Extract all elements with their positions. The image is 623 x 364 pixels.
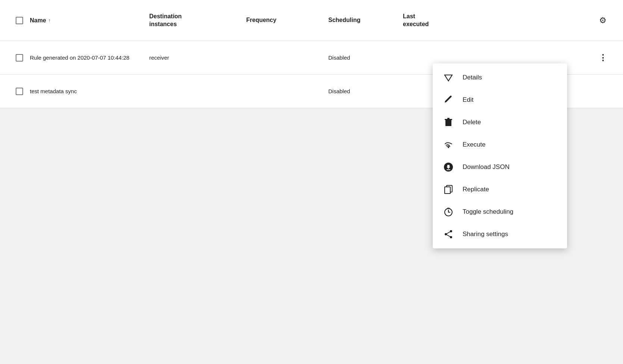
row2-scheduling-col: Disabled — [328, 88, 403, 95]
svg-rect-1 — [445, 120, 451, 126]
row1-scheduling-col: Disabled — [328, 54, 403, 61]
sharing-settings-label: Sharing settings — [463, 230, 508, 238]
header-name-col: Name ↑ — [30, 17, 149, 24]
row2-name: test metadata sync — [30, 88, 77, 94]
delete-icon — [443, 117, 454, 128]
edit-label: Edit — [463, 96, 473, 104]
toggle-scheduling-icon — [443, 207, 454, 217]
header-settings-col: ⚙ — [592, 16, 614, 25]
header-last-executed-col: Last executed — [403, 13, 592, 28]
row1-scheduling: Disabled — [328, 54, 350, 61]
menu-item-delete[interactable]: Delete — [433, 111, 567, 134]
svg-rect-7 — [447, 165, 450, 167]
replicate-label: Replicate — [463, 186, 489, 193]
row1-destination-col: receiver — [149, 54, 246, 61]
frequency-column-label: Frequency — [246, 16, 328, 24]
row2-checkbox[interactable] — [16, 88, 23, 95]
execute-label: Execute — [463, 141, 485, 148]
svg-marker-0 — [445, 75, 452, 81]
row2-scheduling: Disabled — [328, 88, 350, 94]
select-all-checkbox[interactable] — [16, 17, 23, 24]
download-json-label: Download JSON — [463, 163, 510, 171]
svg-point-4 — [448, 147, 449, 148]
table-header: Name ↑ Destination instances Frequency S… — [0, 0, 623, 41]
menu-item-toggle-scheduling[interactable]: Toggle scheduling — [433, 201, 567, 223]
menu-item-edit[interactable]: Edit — [433, 89, 567, 111]
row1-more-col: ⋮ — [592, 51, 614, 65]
header-scheduling-col: Scheduling — [328, 16, 403, 24]
details-label: Details — [463, 74, 482, 81]
row1-name: Rule generated on 2020-07-07 10:44:28 — [30, 54, 129, 61]
scheduling-column-label: Scheduling — [328, 16, 403, 24]
svg-rect-10 — [445, 187, 450, 194]
svg-rect-8 — [447, 169, 450, 170]
svg-line-20 — [446, 234, 451, 237]
menu-item-details[interactable]: Details — [433, 66, 567, 89]
menu-item-download-json[interactable]: Download JSON — [433, 156, 567, 178]
toggle-scheduling-label: Toggle scheduling — [463, 208, 513, 216]
sharing-settings-icon — [443, 229, 454, 239]
row1-more-button[interactable]: ⋮ — [596, 51, 610, 65]
row1-name-col: Rule generated on 2020-07-07 10:44:28 — [30, 54, 149, 62]
menu-item-sharing-settings[interactable]: Sharing settings — [433, 223, 567, 245]
name-column-label[interactable]: Name — [30, 17, 46, 24]
svg-rect-2 — [445, 119, 452, 120]
context-menu: Details Edit Delete — [433, 63, 567, 248]
last-executed-column-label: Last executed — [403, 13, 592, 28]
header-frequency-col: Frequency — [246, 16, 328, 24]
details-icon — [443, 72, 454, 83]
menu-item-replicate[interactable]: Replicate — [433, 178, 567, 201]
download-json-icon — [443, 162, 454, 172]
menu-item-execute[interactable]: Execute — [433, 134, 567, 156]
row2-checkbox-col — [9, 88, 30, 95]
execute-icon — [443, 139, 454, 150]
svg-line-19 — [446, 231, 451, 234]
sort-arrow-icon[interactable]: ↑ — [48, 18, 51, 23]
svg-rect-15 — [447, 208, 450, 209]
settings-gear-icon[interactable]: ⚙ — [599, 16, 607, 25]
delete-label: Delete — [463, 119, 481, 126]
row1-checkbox[interactable] — [16, 54, 23, 62]
svg-rect-3 — [447, 118, 450, 119]
replicate-icon — [443, 184, 454, 195]
row2-more-col: ⋮ — [592, 85, 614, 98]
destination-column-label: Destination instances — [149, 13, 246, 28]
header-checkbox-col — [9, 17, 30, 24]
edit-icon — [443, 95, 454, 105]
header-destination-col: Destination instances — [149, 13, 246, 28]
row2-name-col: test metadata sync — [30, 87, 149, 95]
row1-checkbox-col — [9, 54, 30, 62]
row1-destination: receiver — [149, 54, 169, 61]
